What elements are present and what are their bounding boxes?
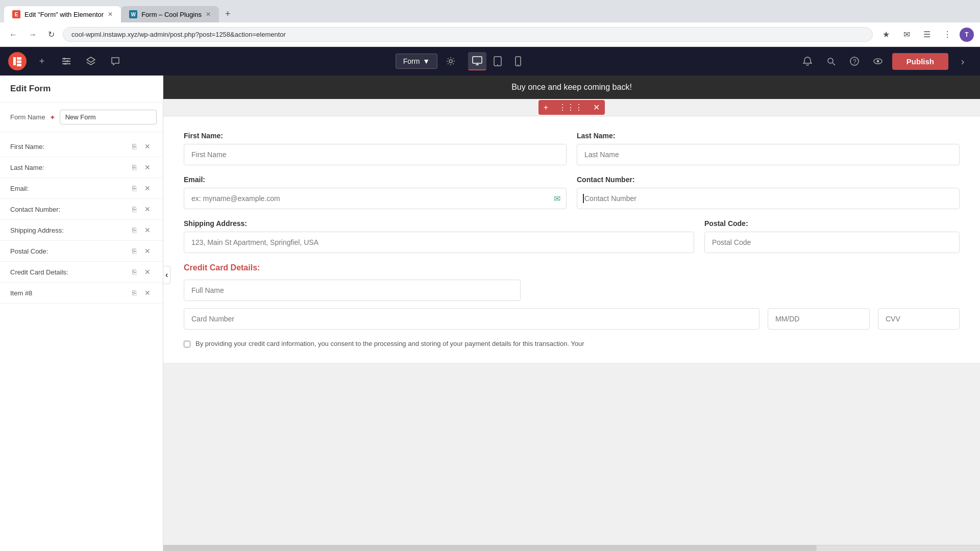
inactive-tab[interactable]: W Form – Cool Plugins ✕ — [121, 6, 219, 22]
remove-section-button[interactable]: ✕ — [588, 100, 605, 115]
delete-field-postal[interactable]: ✕ — [142, 246, 153, 256]
postal-label: Postal Code: — [704, 219, 960, 228]
contact-input[interactable] — [577, 188, 960, 209]
field-label-shipping: Shipping Address: — [10, 227, 130, 234]
full-name-input[interactable] — [184, 280, 521, 301]
field-item-item8[interactable]: Item #8 ⎘ ✕ — [0, 283, 163, 304]
scrollbar-thumb[interactable] — [163, 545, 817, 551]
forward-button[interactable]: → — [26, 28, 40, 41]
inactive-tab-title: Form – Cool Plugins — [141, 11, 202, 18]
svg-point-8 — [66, 60, 68, 62]
add-element-button[interactable]: + — [33, 52, 51, 70]
panel-collapse-button[interactable]: ‹ — [163, 266, 170, 284]
settings-panel-button[interactable] — [57, 52, 76, 70]
horizontal-scrollbar[interactable] — [163, 545, 980, 551]
delete-field-firstname[interactable]: ✕ — [142, 141, 153, 152]
svg-point-9 — [64, 63, 66, 65]
new-tab-button[interactable]: + — [219, 6, 237, 22]
field-label-postal: Postal Code: — [10, 247, 130, 255]
copy-field-creditcard[interactable]: ⎘ — [130, 267, 138, 277]
svg-rect-1 — [17, 57, 21, 60]
field-item-email[interactable]: Email: ⎘ ✕ — [0, 178, 163, 199]
copy-field-firstname[interactable]: ⎘ — [130, 141, 138, 152]
field-item-creditcard[interactable]: Credit Card Details: ⎘ ✕ — [0, 262, 163, 283]
publish-button[interactable]: Publish — [892, 53, 948, 70]
field-label-firstname: First Name: — [10, 143, 130, 151]
shipping-input[interactable] — [184, 232, 694, 253]
delete-field-contact[interactable]: ✕ — [142, 204, 153, 214]
url-bar[interactable] — [63, 27, 873, 42]
layers-button[interactable] — [82, 52, 100, 70]
drag-section-button[interactable]: ⋮⋮⋮ — [553, 100, 588, 115]
form-settings-button[interactable] — [442, 52, 460, 70]
email-input[interactable] — [184, 188, 567, 209]
comments-button[interactable] — [106, 52, 125, 70]
help-button[interactable]: ? — [845, 52, 864, 70]
add-section-button[interactable]: + — [538, 101, 553, 115]
copy-field-contact[interactable]: ⎘ — [130, 204, 138, 214]
form-selector-dropdown[interactable]: Form ▼ — [396, 54, 438, 69]
more-icon[interactable]: ⋮ — [939, 27, 955, 43]
copy-field-postal[interactable]: ⎘ — [130, 246, 138, 256]
credit-card-label: Credit Card Details: — [184, 263, 960, 272]
field-label-lastname: Last Name: — [10, 164, 130, 171]
cursor-indicator — [583, 194, 584, 203]
copy-field-email[interactable]: ⎘ — [130, 183, 138, 193]
field-item-firstname[interactable]: First Name: ⎘ ✕ — [0, 136, 163, 157]
elementor-logo[interactable] — [8, 52, 27, 70]
search-button[interactable] — [822, 52, 840, 70]
profile-avatar[interactable]: T — [960, 28, 974, 42]
field-item-contact[interactable]: Contact Number: ⎘ ✕ — [0, 199, 163, 220]
form-selector-label: Form — [403, 57, 420, 65]
mobile-view-button[interactable] — [509, 52, 527, 70]
shipping-label: Shipping Address: — [184, 219, 694, 228]
field-item-lastname[interactable]: Last Name: ⎘ ✕ — [0, 157, 163, 178]
promo-text: Buy once and keep coming back! — [511, 83, 632, 91]
email-group: Email: ✉ — [184, 176, 567, 209]
tablet-view-button[interactable] — [488, 52, 507, 70]
field-label-email: Email: — [10, 185, 130, 192]
email-wrapper: ✉ — [184, 188, 567, 209]
active-tab[interactable]: E Edit "Form" with Elementor ✕ — [4, 6, 121, 22]
delete-field-email[interactable]: ✕ — [142, 183, 153, 193]
delete-field-lastname[interactable]: ✕ — [142, 162, 153, 172]
last-name-input[interactable] — [577, 144, 960, 165]
left-panel: Edit Form Form Name ✦ First Name: ⎘ ✕ La… — [0, 76, 163, 551]
promo-bar: Buy once and keep coming back! — [163, 76, 980, 99]
expiry-input[interactable] — [768, 308, 870, 330]
field-label-contact: Contact Number: — [10, 206, 130, 213]
tab-close-1[interactable]: ✕ — [108, 11, 113, 18]
postal-input[interactable] — [704, 232, 960, 253]
shipping-row: Shipping Address: Postal Code: — [184, 219, 960, 253]
copy-field-shipping[interactable]: ⎘ — [130, 225, 138, 235]
delete-field-creditcard[interactable]: ✕ — [142, 267, 153, 277]
panel-header: Edit Form — [0, 76, 163, 103]
chevron-down-icon: ▼ — [423, 57, 430, 65]
cvv-input[interactable] — [878, 308, 960, 330]
mail-icon[interactable]: ✉ — [898, 27, 915, 43]
field-label-item8: Item #8 — [10, 289, 130, 297]
reload-button[interactable]: ↻ — [45, 28, 58, 41]
svg-point-11 — [449, 60, 452, 63]
delete-field-shipping[interactable]: ✕ — [142, 225, 153, 235]
consent-checkbox[interactable] — [184, 341, 190, 347]
back-button[interactable]: ← — [6, 28, 20, 41]
email-icon: ✉ — [554, 194, 560, 204]
extensions-icon[interactable]: ☰ — [919, 27, 935, 43]
copy-field-lastname[interactable]: ⎘ — [130, 162, 138, 172]
desktop-view-button[interactable] — [468, 52, 486, 70]
delete-field-item8[interactable]: ✕ — [142, 288, 153, 298]
notifications-button[interactable] — [798, 52, 817, 70]
field-item-shipping[interactable]: Shipping Address: ⎘ ✕ — [0, 220, 163, 241]
field-item-postal[interactable]: Postal Code: ⎘ ✕ — [0, 241, 163, 262]
more-options-button[interactable]: › — [953, 52, 972, 70]
card-number-input[interactable] — [184, 308, 760, 330]
first-name-input[interactable] — [184, 144, 567, 165]
preview-button[interactable] — [869, 52, 887, 70]
copy-field-item8[interactable]: ⎘ — [130, 288, 138, 298]
first-name-group: First Name: — [184, 132, 567, 165]
edit-form-title: Edit Form — [10, 84, 153, 94]
bookmark-icon[interactable]: ★ — [878, 27, 894, 43]
form-name-input[interactable] — [60, 110, 157, 124]
tab-close-2[interactable]: ✕ — [206, 11, 211, 18]
